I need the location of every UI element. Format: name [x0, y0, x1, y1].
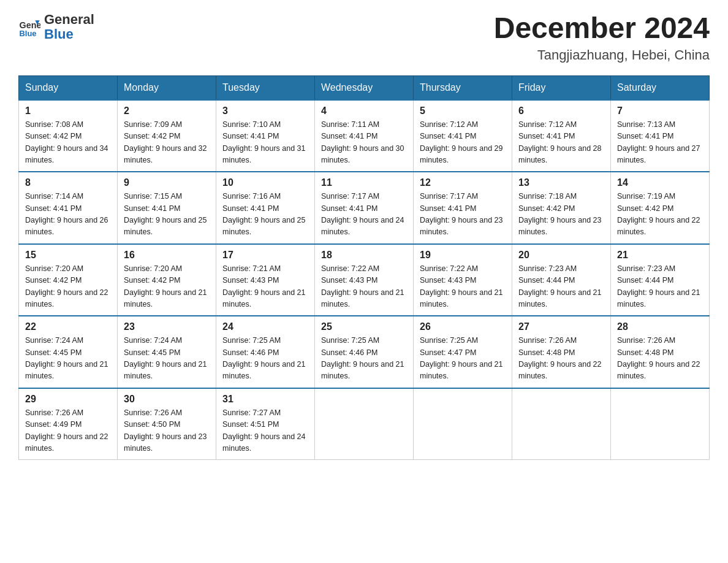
day-info: Sunrise: 7:26 AM Sunset: 4:48 PM Dayligh…	[617, 335, 703, 383]
table-row: 20 Sunrise: 7:23 AM Sunset: 4:44 PM Dayl…	[512, 244, 611, 316]
calendar-week-row: 29 Sunrise: 7:26 AM Sunset: 4:49 PM Dayl…	[19, 388, 710, 460]
day-info: Sunrise: 7:16 AM Sunset: 4:41 PM Dayligh…	[222, 191, 308, 239]
table-row: 25 Sunrise: 7:25 AM Sunset: 4:46 PM Dayl…	[315, 316, 414, 388]
day-number: 7	[617, 105, 703, 117]
table-row: 26 Sunrise: 7:25 AM Sunset: 4:47 PM Dayl…	[414, 316, 512, 388]
day-info: Sunrise: 7:15 AM Sunset: 4:41 PM Dayligh…	[124, 191, 210, 239]
day-number: 22	[25, 321, 111, 332]
day-number: 4	[321, 105, 407, 117]
day-info: Sunrise: 7:14 AM Sunset: 4:41 PM Dayligh…	[25, 191, 111, 239]
table-row: 10 Sunrise: 7:16 AM Sunset: 4:41 PM Dayl…	[216, 172, 315, 244]
calendar-week-row: 15 Sunrise: 7:20 AM Sunset: 4:42 PM Dayl…	[19, 244, 710, 316]
table-row: 19 Sunrise: 7:22 AM Sunset: 4:43 PM Dayl…	[414, 244, 512, 316]
table-row: 28 Sunrise: 7:26 AM Sunset: 4:48 PM Dayl…	[611, 316, 710, 388]
table-row: 15 Sunrise: 7:20 AM Sunset: 4:42 PM Dayl…	[19, 244, 118, 316]
day-info: Sunrise: 7:20 AM Sunset: 4:42 PM Dayligh…	[25, 263, 111, 311]
day-info: Sunrise: 7:26 AM Sunset: 4:50 PM Dayligh…	[124, 407, 210, 455]
header-thursday: Thursday	[414, 75, 512, 100]
day-number: 9	[124, 177, 210, 188]
day-info: Sunrise: 7:27 AM Sunset: 4:51 PM Dayligh…	[222, 407, 308, 455]
table-row: 24 Sunrise: 7:25 AM Sunset: 4:46 PM Dayl…	[216, 316, 315, 388]
day-number: 31	[222, 394, 308, 405]
table-row	[611, 388, 710, 460]
day-info: Sunrise: 7:18 AM Sunset: 4:42 PM Dayligh…	[518, 191, 604, 239]
day-info: Sunrise: 7:23 AM Sunset: 4:44 PM Dayligh…	[518, 263, 604, 311]
day-number: 17	[222, 250, 308, 261]
table-row: 13 Sunrise: 7:18 AM Sunset: 4:42 PM Dayl…	[512, 172, 611, 244]
day-info: Sunrise: 7:25 AM Sunset: 4:46 PM Dayligh…	[222, 335, 308, 383]
header-sunday: Sunday	[19, 75, 118, 100]
day-number: 19	[420, 250, 506, 261]
day-info: Sunrise: 7:26 AM Sunset: 4:48 PM Dayligh…	[518, 335, 604, 383]
table-row: 29 Sunrise: 7:26 AM Sunset: 4:49 PM Dayl…	[19, 388, 118, 460]
table-row: 5 Sunrise: 7:12 AM Sunset: 4:41 PM Dayli…	[414, 100, 512, 172]
day-info: Sunrise: 7:10 AM Sunset: 4:41 PM Dayligh…	[222, 119, 308, 167]
day-number: 6	[518, 105, 604, 117]
day-info: Sunrise: 7:17 AM Sunset: 4:41 PM Dayligh…	[420, 191, 506, 239]
day-info: Sunrise: 7:25 AM Sunset: 4:46 PM Dayligh…	[321, 335, 407, 383]
location-title: Tangjiazhuang, Hebei, China	[494, 47, 710, 63]
day-number: 28	[617, 321, 703, 332]
table-row: 12 Sunrise: 7:17 AM Sunset: 4:41 PM Dayl…	[414, 172, 512, 244]
day-number: 29	[25, 394, 111, 405]
title-block: December 2024 Tangjiazhuang, Hebei, Chin…	[494, 12, 710, 63]
day-info: Sunrise: 7:25 AM Sunset: 4:47 PM Dayligh…	[420, 335, 506, 383]
day-info: Sunrise: 7:08 AM Sunset: 4:42 PM Dayligh…	[25, 119, 111, 167]
day-number: 27	[518, 321, 604, 332]
day-number: 10	[222, 177, 308, 188]
table-row: 7 Sunrise: 7:13 AM Sunset: 4:41 PM Dayli…	[611, 100, 710, 172]
table-row: 2 Sunrise: 7:09 AM Sunset: 4:42 PM Dayli…	[118, 100, 216, 172]
day-number: 13	[518, 177, 604, 188]
day-info: Sunrise: 7:12 AM Sunset: 4:41 PM Dayligh…	[518, 119, 604, 167]
day-info: Sunrise: 7:21 AM Sunset: 4:43 PM Dayligh…	[222, 263, 308, 311]
day-number: 23	[124, 321, 210, 332]
logo-blue-text: Blue	[44, 27, 94, 42]
table-row: 1 Sunrise: 7:08 AM Sunset: 4:42 PM Dayli…	[19, 100, 118, 172]
day-info: Sunrise: 7:26 AM Sunset: 4:49 PM Dayligh…	[25, 407, 111, 455]
table-row: 14 Sunrise: 7:19 AM Sunset: 4:42 PM Dayl…	[611, 172, 710, 244]
day-number: 3	[222, 105, 308, 117]
header-friday: Friday	[512, 75, 611, 100]
table-row: 16 Sunrise: 7:20 AM Sunset: 4:42 PM Dayl…	[118, 244, 216, 316]
day-number: 20	[518, 250, 604, 261]
day-info: Sunrise: 7:09 AM Sunset: 4:42 PM Dayligh…	[124, 119, 210, 167]
table-row: 3 Sunrise: 7:10 AM Sunset: 4:41 PM Dayli…	[216, 100, 315, 172]
day-info: Sunrise: 7:22 AM Sunset: 4:43 PM Dayligh…	[420, 263, 506, 311]
day-info: Sunrise: 7:22 AM Sunset: 4:43 PM Dayligh…	[321, 263, 407, 311]
header-wednesday: Wednesday	[315, 75, 414, 100]
day-number: 14	[617, 177, 703, 188]
table-row: 11 Sunrise: 7:17 AM Sunset: 4:41 PM Dayl…	[315, 172, 414, 244]
day-number: 2	[124, 105, 210, 117]
table-row: 4 Sunrise: 7:11 AM Sunset: 4:41 PM Dayli…	[315, 100, 414, 172]
table-row: 27 Sunrise: 7:26 AM Sunset: 4:48 PM Dayl…	[512, 316, 611, 388]
header-saturday: Saturday	[611, 75, 710, 100]
day-number: 15	[25, 250, 111, 261]
table-row: 9 Sunrise: 7:15 AM Sunset: 4:41 PM Dayli…	[118, 172, 216, 244]
day-number: 25	[321, 321, 407, 332]
day-number: 16	[124, 250, 210, 261]
day-info: Sunrise: 7:11 AM Sunset: 4:41 PM Dayligh…	[321, 119, 407, 167]
logo-general-text: General	[44, 12, 94, 27]
day-info: Sunrise: 7:12 AM Sunset: 4:41 PM Dayligh…	[420, 119, 506, 167]
weekday-header-row: Sunday Monday Tuesday Wednesday Thursday…	[19, 75, 710, 100]
calendar-table: Sunday Monday Tuesday Wednesday Thursday…	[18, 75, 710, 461]
day-number: 11	[321, 177, 407, 188]
calendar-week-row: 8 Sunrise: 7:14 AM Sunset: 4:41 PM Dayli…	[19, 172, 710, 244]
day-number: 24	[222, 321, 308, 332]
header-monday: Monday	[118, 75, 216, 100]
day-info: Sunrise: 7:24 AM Sunset: 4:45 PM Dayligh…	[124, 335, 210, 383]
logo-icon: General Blue	[18, 16, 40, 38]
table-row: 23 Sunrise: 7:24 AM Sunset: 4:45 PM Dayl…	[118, 316, 216, 388]
table-row: 21 Sunrise: 7:23 AM Sunset: 4:44 PM Dayl…	[611, 244, 710, 316]
page-header: General Blue General Blue December 2024 …	[18, 12, 710, 63]
table-row	[315, 388, 414, 460]
table-row: 31 Sunrise: 7:27 AM Sunset: 4:51 PM Dayl…	[216, 388, 315, 460]
table-row: 22 Sunrise: 7:24 AM Sunset: 4:45 PM Dayl…	[19, 316, 118, 388]
calendar-week-row: 22 Sunrise: 7:24 AM Sunset: 4:45 PM Dayl…	[19, 316, 710, 388]
logo: General Blue General Blue	[18, 12, 94, 42]
day-number: 21	[617, 250, 703, 261]
day-info: Sunrise: 7:23 AM Sunset: 4:44 PM Dayligh…	[617, 263, 703, 311]
day-info: Sunrise: 7:20 AM Sunset: 4:42 PM Dayligh…	[124, 263, 210, 311]
table-row: 6 Sunrise: 7:12 AM Sunset: 4:41 PM Dayli…	[512, 100, 611, 172]
day-info: Sunrise: 7:17 AM Sunset: 4:41 PM Dayligh…	[321, 191, 407, 239]
